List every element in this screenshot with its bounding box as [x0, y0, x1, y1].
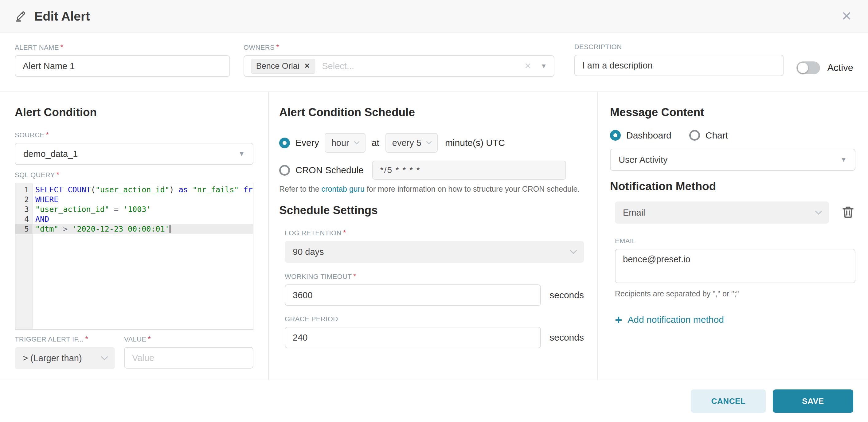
required-asterisk: * — [61, 43, 64, 51]
required-asterisk: * — [46, 130, 49, 139]
every-radio[interactable] — [279, 138, 290, 148]
interval-unit-select[interactable]: hour — [324, 133, 366, 153]
crontab-guru-link[interactable]: crontab guru — [321, 185, 365, 193]
cron-help-text: Refer to the crontab guru for more infor… — [279, 185, 584, 193]
plus-icon: + — [615, 313, 622, 326]
cron-radio[interactable] — [279, 165, 290, 176]
clear-owners-icon[interactable]: ✕ — [524, 61, 531, 71]
source-label: SOURCE* — [15, 130, 253, 139]
modal-header: Edit Alert ✕ — [0, 0, 868, 33]
notification-method-select[interactable]: Email — [615, 202, 829, 223]
cron-expression-input[interactable] — [372, 161, 566, 180]
every-radio-label: Every — [296, 138, 319, 148]
sql-gutter: 12345 — [16, 183, 33, 329]
message-content-section: Message Content Dashboard Chart User Act… — [598, 92, 868, 380]
recipients-help-text: Recipients are separated by "," or ";" — [615, 289, 856, 298]
trigger-label: TRIGGER ALERT IF...* — [15, 335, 115, 343]
cancel-button[interactable]: CANCEL — [691, 389, 766, 413]
notification-method-heading: Notification Method — [610, 180, 856, 193]
chart-radio[interactable] — [689, 130, 700, 141]
email-label: EMAIL — [615, 237, 856, 245]
interval-unit-value: hour — [332, 138, 349, 148]
sql-code-line: "dtm" > '2020-12-23 00:00:01' — [33, 224, 253, 234]
owners-select[interactable]: Bence Orlai ✕ Select... ✕ ▼ — [244, 55, 554, 77]
chevron-down-icon — [815, 208, 822, 215]
required-asterisk: * — [57, 171, 60, 179]
log-retention-value: 90 days — [293, 247, 324, 257]
log-retention-label: LOG RETENTION* — [285, 229, 584, 237]
alert-name-input[interactable] — [15, 55, 230, 77]
chevron-down-icon[interactable]: ▼ — [540, 62, 547, 70]
remove-owner-icon[interactable]: ✕ — [304, 62, 310, 70]
gutter-line-number: 3 — [16, 205, 32, 214]
owners-placeholder: Select... — [322, 61, 354, 71]
description-label: DESCRIPTION — [575, 43, 783, 51]
alert-condition-section: Alert Condition SOURCE* demo_data_1 ▼ SQ… — [0, 92, 269, 380]
caret-down-icon: ▼ — [840, 156, 847, 163]
required-asterisk: * — [85, 335, 88, 343]
sql-code-line: SELECT COUNT("user_action_id") as "nr_fa… — [33, 185, 253, 195]
close-icon[interactable]: ✕ — [841, 10, 852, 23]
owners-label: OWNERS* — [244, 43, 554, 52]
at-label: at — [372, 138, 379, 148]
sql-code-line: "user_action_id" = '1003' — [33, 205, 253, 214]
chevron-down-icon — [354, 139, 359, 144]
required-asterisk: * — [276, 43, 279, 51]
sql-code[interactable]: SELECT COUNT("user_action_id") as "nr_fa… — [33, 183, 253, 329]
save-button[interactable]: SAVE — [773, 389, 853, 413]
top-fields-row: ALERT NAME* OWNERS* Bence Orlai ✕ Select… — [0, 33, 868, 92]
alert-name-label: ALERT NAME* — [15, 43, 230, 52]
grace-period-input[interactable] — [285, 327, 541, 348]
minutes-utc-label: minute(s) UTC — [445, 138, 505, 148]
sql-query-label: SQL QUERY* — [15, 171, 253, 179]
edit-pencil-icon — [15, 9, 27, 23]
sql-editor[interactable]: 12345 SELECT COUNT("user_action_id") as … — [15, 183, 253, 330]
source-value: demo_data_1 — [23, 149, 78, 159]
schedule-settings-heading: Schedule Settings — [279, 204, 584, 217]
sql-code-line: AND — [33, 214, 253, 224]
gutter-line-number: 1 — [16, 185, 32, 195]
active-toggle-label: Active — [828, 62, 853, 73]
alert-condition-heading: Alert Condition — [15, 106, 253, 119]
required-asterisk: * — [148, 335, 151, 343]
dashboard-select[interactable]: User Activity ▼ — [610, 149, 856, 171]
notification-method-value: Email — [623, 208, 645, 218]
required-asterisk: * — [343, 229, 346, 237]
threshold-value-input[interactable] — [124, 347, 253, 368]
cron-radio-label: CRON Schedule — [296, 165, 364, 175]
active-toggle[interactable] — [797, 61, 820, 74]
value-label: VALUE* — [124, 335, 253, 343]
description-input[interactable] — [575, 55, 783, 76]
working-timeout-unit: seconds — [550, 290, 584, 300]
text-cursor — [169, 225, 170, 233]
add-notification-method-link[interactable]: + Add notification method — [615, 313, 856, 326]
log-retention-select[interactable]: 90 days — [285, 241, 584, 263]
modal-title: Edit Alert — [34, 9, 90, 24]
gutter-line-number: 5 — [16, 224, 32, 234]
owner-tag: Bence Orlai ✕ — [251, 59, 315, 74]
working-timeout-label: WORKING TIMEOUT* — [285, 272, 584, 281]
schedule-section: Alert Condition Schedule Every hour at e… — [269, 92, 598, 380]
chevron-down-icon — [570, 247, 577, 254]
email-recipients-input[interactable]: bence@preset.io — [615, 249, 856, 283]
dashboard-radio[interactable] — [610, 130, 621, 141]
interval-minute-value: every 5 — [392, 138, 422, 148]
working-timeout-input[interactable] — [285, 284, 541, 306]
interval-minute-select[interactable]: every 5 — [385, 133, 438, 153]
chart-radio-label: Chart — [706, 130, 728, 141]
owner-tag-label: Bence Orlai — [256, 61, 300, 71]
trigger-operator-select[interactable]: > (Larger than) — [15, 347, 115, 369]
trash-icon[interactable] — [841, 205, 856, 220]
sql-code-line: WHERE — [33, 195, 253, 205]
chevron-down-icon — [426, 139, 432, 144]
gutter-line-number: 4 — [16, 214, 32, 224]
source-select[interactable]: demo_data_1 ▼ — [15, 143, 253, 165]
toggle-knob — [798, 63, 808, 73]
modal-body: Alert Condition SOURCE* demo_data_1 ▼ SQ… — [0, 92, 868, 380]
required-asterisk: * — [353, 272, 356, 280]
trigger-operator-value: > (Larger than) — [23, 353, 82, 363]
caret-down-icon: ▼ — [238, 150, 245, 157]
add-notification-method-label: Add notification method — [627, 314, 724, 325]
dashboard-select-value: User Activity — [619, 155, 668, 165]
grace-period-label: GRACE PERIOD — [285, 315, 584, 323]
